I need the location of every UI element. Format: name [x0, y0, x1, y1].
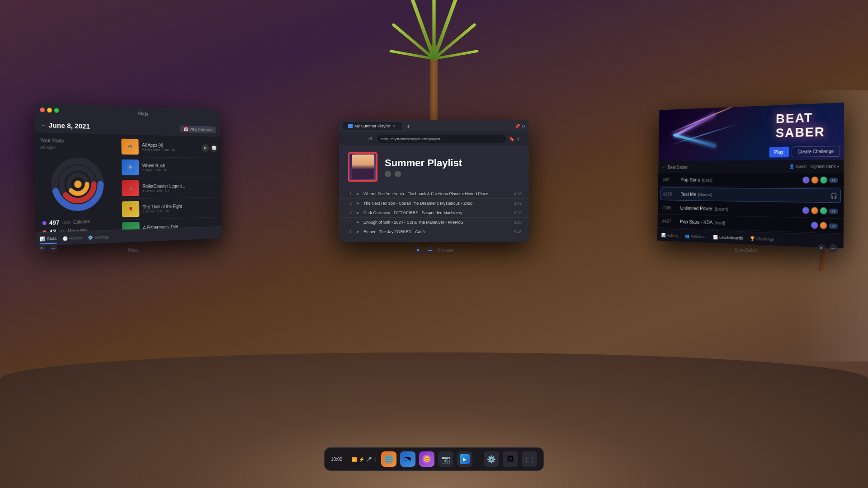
stats-tab-stats[interactable]: 📊 Stats — [40, 234, 57, 244]
nav-forward-btn[interactable]: → — [354, 135, 363, 143]
activity-info-3: The Thrill of the Fight 1:06:04 · 1da · … — [143, 203, 219, 213]
new-tab-btn[interactable]: + — [405, 122, 412, 130]
activity-meta-2: 1:06:04 · 1da · 1h — [142, 188, 218, 192]
media-icon: ▶ — [460, 454, 470, 464]
tab-close-btn[interactable]: ✕ — [392, 124, 397, 128]
track-num-5: 5 — [346, 230, 352, 234]
bs-rank-3: #427 — [662, 219, 676, 224]
activity-item-1[interactable]: 🎡 Wheel Rush 2 days · 1da · 1h — [118, 157, 221, 178]
activity-controls-0: ▶ 📊 — [202, 144, 217, 152]
taskbar-app-social[interactable]: 😊 — [419, 451, 434, 467]
stats-dash-btn[interactable]: — — [49, 244, 57, 252]
url-bar[interactable]: https://mysummerplaylist.com/playlist — [377, 135, 506, 143]
track-row-1[interactable]: 1 ▶ When I See You Again - Flashback & F… — [339, 189, 529, 199]
playlist-icon-1[interactable] — [385, 171, 391, 177]
bs-logo: BEAT SABER — [776, 110, 826, 140]
track-play-2: ▶ — [355, 201, 360, 206]
playlist-icon-2[interactable] — [395, 171, 401, 177]
stats-tab-history[interactable]: 🕐 History — [62, 234, 82, 243]
browser-tab-playlist[interactable]: My Summer Playlist ✕ — [343, 122, 402, 130]
track-row-2[interactable]: 2 ▶ The Next Horizon - Cos Bi The Dreame… — [339, 199, 529, 208]
taskbar-app-browser[interactable]: 🌐 — [381, 451, 396, 467]
bluetooth-icon[interactable]: ⚡ — [359, 457, 364, 462]
download-icon[interactable]: ⬇ — [516, 136, 520, 141]
chart-ctrl-0[interactable]: 📊 — [210, 144, 217, 152]
avatar-0-2 — [811, 176, 819, 184]
stats-tab-settings[interactable]: ⚙️ Settings — [88, 233, 109, 242]
activity-meta-1: 2 days · 1da · 1h — [142, 168, 218, 172]
taskbar-app-settings[interactable]: ⚙️ — [484, 451, 499, 467]
activity-item-3[interactable]: 🥊 The Thrill of the Fight 1:06:04 · 1da … — [118, 197, 222, 220]
browser-dash-btn[interactable]: — — [426, 246, 434, 254]
rank-dropdown[interactable]: ▾ — [837, 164, 839, 169]
bs-back-btn[interactable]: ← Beat Saber — [662, 164, 688, 169]
stats-body: Your Stats All Apps — [35, 132, 222, 238]
nav-back-btn[interactable]: ← — [343, 135, 352, 143]
bs-tab-leaderboards[interactable]: 📈 Leaderboards — [713, 235, 743, 240]
track-name-5: Ember - The Jay FORKED - Cat A — [363, 230, 510, 234]
maximize-btn[interactable] — [54, 108, 59, 113]
tab-reload-btn[interactable]: ↺ — [522, 124, 525, 129]
bs-song-icons-2: +1 — [802, 206, 838, 215]
history-icon: 🕐 — [62, 236, 67, 241]
stats-window: Stats ← June 8, 2021 📅 View Calendar You… — [35, 103, 222, 246]
taskbar-app-store[interactable]: 🛍 — [400, 451, 415, 467]
bs-rank-label: Highest Rank ▾ — [810, 164, 839, 169]
bs-tab-activity[interactable]: 📊 Activity — [661, 233, 679, 238]
headphones-icon[interactable]: 🎧 — [830, 192, 838, 199]
taskbar-app-gallery[interactable]: 🖼 — [503, 451, 518, 467]
taskbar-sep — [478, 454, 478, 465]
mic-icon[interactable]: 🎤 — [366, 457, 372, 462]
stats-app-filter: All Apps — [40, 145, 113, 151]
bs-play-btn[interactable]: Play — [769, 147, 789, 158]
bookmark-icon[interactable]: 🔖 — [509, 136, 514, 141]
taskbar-app-media[interactable]: ▶ — [457, 451, 472, 467]
activity-name-1: Wheel Rush — [142, 163, 218, 169]
activity-thumb-2: 🎢 — [122, 180, 139, 196]
tab-pin-btn[interactable]: 📌 — [514, 124, 520, 129]
nav-reload-btn[interactable]: ↺ — [366, 135, 374, 143]
stats-subtitle: Your Stats — [40, 137, 113, 144]
activity-meta-0: Wheel Rush · 1da · 1h — [142, 147, 198, 152]
bs-song-row-0[interactable]: #99 Pop Stars [Easy] +4 — [658, 173, 844, 188]
badge-3: +1 — [829, 223, 838, 229]
view-calendar-btn[interactable]: 📅 View Calendar — [180, 125, 216, 133]
taskbar-app-camera[interactable]: 📷 — [438, 451, 453, 467]
more-options[interactable]: ··· — [216, 230, 219, 235]
minimize-btn[interactable] — [47, 108, 52, 113]
stats-x-btn[interactable]: ✕ — [38, 244, 46, 252]
browser-bottom-controls: ✕ — Browser — [414, 246, 454, 254]
bs-challenge-btn[interactable]: Create Challenge — [792, 146, 840, 157]
bs-rank-2: #386 — [662, 205, 676, 210]
playlist-action-icons — [385, 171, 520, 177]
stats-date: June 8, 2021 — [48, 121, 90, 130]
bs-close-area: ✕ — — [817, 244, 837, 252]
bs-song-row-1[interactable]: #170 Test Me [Normal] 🎧 — [660, 188, 840, 203]
track-row-5[interactable]: 5 ▶ Ember - The Jay FORKED - Cat A 5:45 — [339, 227, 529, 236]
bs-rank-0: #99 — [663, 177, 676, 182]
stats-title: Stats — [62, 108, 216, 119]
back-arrow[interactable]: ← — [41, 122, 46, 127]
bs-x-btn[interactable]: ✕ — [817, 244, 826, 252]
track-num-1: 1 — [346, 192, 352, 196]
metric-calories: 497 /100 Calories — [42, 217, 113, 226]
stats-chart-section: Your Stats All Apps — [35, 132, 119, 238]
activity-item-0[interactable]: 🎮 All Apps (4) Wheel Rush · 1da · 1h ▶ 📊 — [118, 136, 221, 158]
play-ctrl-0[interactable]: ▶ — [202, 144, 209, 152]
bs-more-options[interactable]: ··· — [835, 239, 839, 244]
track-row-4[interactable]: 4 ▶ Enough of Soft - 2024 - Cut & The Ma… — [339, 218, 529, 227]
browser-x-btn[interactable]: ✕ — [414, 246, 422, 254]
track-row-3[interactable]: 3 ▶ Dark Omission - FIFTY/FIRES - Suspen… — [339, 208, 529, 218]
nav-icons-group: 🔖 ⬇ ··· — [509, 136, 525, 141]
more-icon[interactable]: ··· — [522, 136, 525, 141]
browser-nav-bar: ← → ↺ https://mysummerplaylist.com/playl… — [339, 132, 529, 145]
close-btn[interactable] — [40, 108, 45, 113]
bs-dash-btn[interactable]: — — [829, 244, 837, 252]
bs-tab-challenge[interactable]: 🏆 Challenge — [750, 236, 774, 241]
wifi-icon[interactable]: 📶 — [352, 457, 357, 462]
activity-item-2[interactable]: 🎢 RollerCoaster Legent... 1:06:04 · 1da … — [118, 178, 221, 199]
bs-tab-followers[interactable]: 👥 Followers — [685, 234, 707, 239]
track-dur-3: 3:20 — [514, 211, 522, 215]
taskbar-app-more[interactable]: ⋮⋮ — [522, 451, 537, 467]
track-num-2: 2 — [346, 201, 352, 206]
